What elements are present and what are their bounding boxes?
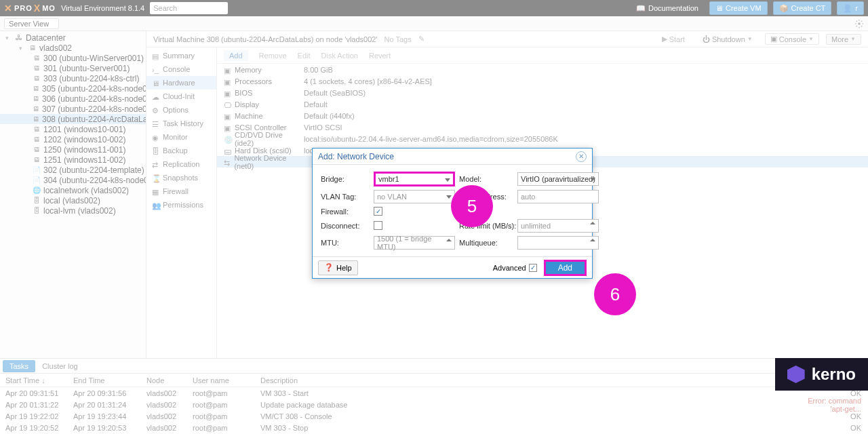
- tree-vm[interactable]: 🖥1250 (windows11-001): [0, 144, 146, 155]
- ve-title: Virtual Environment 8.1.4: [61, 4, 144, 12]
- user-menu[interactable]: 👤r: [837, 1, 864, 15]
- create-ct-button[interactable]: 📦Create CT: [773, 1, 832, 15]
- callout-5: 5: [451, 185, 493, 227]
- hw-row[interactable]: ▣Processors4 (1 sockets, 4 cores) [x86-6…: [217, 75, 868, 87]
- hw-row[interactable]: 🖵DisplayDefault: [217, 98, 868, 110]
- hw-row[interactable]: ▣SCSI ControllerVirtIO SCSI: [217, 121, 868, 133]
- bridge-select[interactable]: vmbr1: [374, 172, 455, 186]
- multiqueue-field[interactable]: [517, 236, 599, 250]
- start-button[interactable]: ▶Start: [656, 33, 690, 45]
- breadcrumb: Virtual Machine 308 (ubuntu-2204-ArcData…: [146, 31, 868, 47]
- mac-field[interactable]: auto: [517, 190, 599, 203]
- tab-tasks[interactable]: Tasks: [3, 360, 35, 372]
- firewall-label: Firewall:: [321, 208, 370, 216]
- hw-toolbar: Add Remove Edit Disk Action Revert: [217, 47, 868, 64]
- model-select[interactable]: VirtIO (paravirtualized): [517, 172, 599, 186]
- tree-vm[interactable]: 🖥1201 (windows10-001): [0, 124, 146, 134]
- model-label: Model:: [459, 175, 513, 183]
- dialog-title: Add: Network Device: [318, 152, 394, 161]
- kerno-cube-icon: [787, 366, 805, 383]
- tab-monitor[interactable]: ◉Monitor: [146, 130, 216, 144]
- hw-row[interactable]: ▣MachineDefault (i440fx): [217, 110, 868, 121]
- tree-storage[interactable]: 🌐localnetwork (vlads002): [0, 185, 146, 195]
- col-user[interactable]: User name: [193, 376, 260, 384]
- tree-vm[interactable]: 📄304 (ubuntu-2204-k8s-node001): [0, 175, 146, 185]
- more-button[interactable]: More▼: [826, 34, 861, 45]
- tree-vm[interactable]: 🖥1251 (windows11-002): [0, 155, 146, 165]
- tab-hardware[interactable]: 🖥Hardware: [146, 76, 216, 90]
- shutdown-button[interactable]: ⏻Shutdown▼: [697, 34, 758, 45]
- help-button[interactable]: ❓Help: [318, 260, 358, 275]
- hw-row[interactable]: ▣BIOSDefault (SeaBIOS): [217, 87, 868, 98]
- tab-permissions[interactable]: 👥Permissions: [146, 198, 216, 212]
- tab-console[interactable]: ›_Console: [146, 62, 216, 76]
- global-search[interactable]: Search: [150, 2, 228, 14]
- task-row[interactable]: Apr 19 19:20:52Apr 19 19:20:53vlads002ro…: [0, 422, 868, 433]
- tab-firewall[interactable]: ▦Firewall: [146, 184, 216, 198]
- brand-x: X: [34, 3, 41, 14]
- tree-storage[interactable]: 🗄local (vlads002): [0, 195, 146, 205]
- add-confirm-button[interactable]: Add: [544, 260, 587, 276]
- vlan-label: VLAN Tag:: [321, 193, 370, 201]
- svg-point-0: [858, 22, 861, 25]
- settings-icon[interactable]: [854, 19, 864, 28]
- brand-logo: ✕ PROXMO: [4, 3, 56, 14]
- tree-node[interactable]: ▾🖥vlads002: [0, 43, 146, 53]
- task-row[interactable]: Apr 20 01:31:22Apr 20 01:31:24vlads002ro…: [0, 399, 868, 410]
- kerno-badge: kerno: [775, 358, 868, 391]
- tree-vm[interactable]: 🖥300 (ubuntu-WinServer001): [0, 53, 146, 63]
- brand-pre: PRO: [14, 4, 33, 12]
- tab-cluster-log[interactable]: Cluster log: [35, 360, 85, 372]
- documentation-link[interactable]: 📖Documentation: [631, 1, 704, 15]
- console-button[interactable]: ▣Console▼: [765, 33, 819, 45]
- create-vm-button[interactable]: 🖥Create VM: [709, 1, 768, 15]
- bridge-label: Bridge:: [321, 175, 370, 183]
- resource-tree[interactable]: ▾🖧Datacenter ▾🖥vlads002 🖥300 (ubuntu-Win…: [0, 31, 146, 358]
- tab-summary[interactable]: ▤Summary: [146, 49, 216, 62]
- tree-vm[interactable]: 🖥306 (ubuntu-2204-k8s-node003): [0, 94, 146, 104]
- tab-backup[interactable]: 🗄Backup: [146, 144, 216, 157]
- revert-button[interactable]: Revert: [369, 52, 391, 60]
- advanced-toggle[interactable]: Advanced✓: [493, 264, 537, 272]
- edit-button[interactable]: Edit: [298, 52, 311, 60]
- col-start[interactable]: Start Time ↓: [0, 376, 73, 384]
- close-icon[interactable]: ✕: [576, 151, 587, 162]
- task-row[interactable]: Apr 19 19:22:02Apr 19 19:23:44vlads002ro…: [0, 410, 868, 422]
- hw-row[interactable]: 💿CD/DVD Drive (ide2)local:iso/ubuntu-22.…: [217, 133, 868, 144]
- tree-vm[interactable]: 🖥305 (ubuntu-2204-k8s-node002): [0, 83, 146, 94]
- tab-options[interactable]: ⚙Options: [146, 103, 216, 117]
- rate-field[interactable]: unlimited: [517, 219, 599, 233]
- firewall-checkbox[interactable]: ✓: [374, 207, 382, 216]
- add-button[interactable]: Add: [224, 50, 248, 61]
- tree-vm[interactable]: 📄302 (ubuntu-2204-template): [0, 165, 146, 175]
- tree-vm-selected[interactable]: 🖥308 (ubuntu-2204-ArcDataLabs): [0, 114, 146, 124]
- tree-storage[interactable]: 🗄local-lvm (vlads002): [0, 205, 146, 216]
- brand-icon: ✕: [4, 3, 13, 14]
- tab-task-history[interactable]: ☰Task History: [146, 117, 216, 130]
- col-end[interactable]: End Time: [73, 376, 146, 384]
- disconnect-checkbox[interactable]: [374, 221, 382, 230]
- remove-button[interactable]: Remove: [259, 52, 287, 60]
- tree-datacenter[interactable]: ▾🖧Datacenter: [0, 33, 146, 43]
- mtu-field[interactable]: 1500 (1 = bridge MTU): [374, 236, 455, 250]
- hw-row[interactable]: ▣Memory8.00 GiB: [217, 64, 868, 75]
- disconnect-label: Disconnect:: [321, 222, 370, 230]
- tab-replication[interactable]: ⇄Replication: [146, 157, 216, 171]
- task-row[interactable]: Apr 20 09:31:51Apr 20 09:31:56vlads002ro…: [0, 387, 868, 399]
- tree-vm[interactable]: 🖥307 (ubuntu-2204-k8s-node004): [0, 104, 146, 114]
- col-desc[interactable]: Description: [260, 376, 800, 384]
- view-selector[interactable]: Server View: [4, 18, 59, 29]
- disk-action-button[interactable]: Disk Action: [321, 52, 358, 60]
- tree-vm[interactable]: 🖥301 (ubuntu-Server001): [0, 63, 146, 73]
- tab-cloudinit[interactable]: ☁Cloud-Init: [146, 90, 216, 103]
- tree-vm[interactable]: 🖥1202 (windows10-002): [0, 134, 146, 144]
- col-node[interactable]: Node: [146, 376, 193, 384]
- callout-6: 6: [594, 273, 636, 315]
- tab-snapshots[interactable]: ⌛Snapshots: [146, 171, 216, 184]
- tree-vm[interactable]: 🖥303 (ubuntu-2204-k8s-ctrl): [0, 73, 146, 83]
- mtu-label: MTU:: [321, 239, 370, 247]
- vlan-field[interactable]: no VLAN: [374, 190, 455, 203]
- no-tags: No Tags: [384, 35, 412, 43]
- edit-tags-icon[interactable]: ✎: [418, 35, 425, 43]
- multiqueue-label: Multiqueue:: [459, 239, 513, 247]
